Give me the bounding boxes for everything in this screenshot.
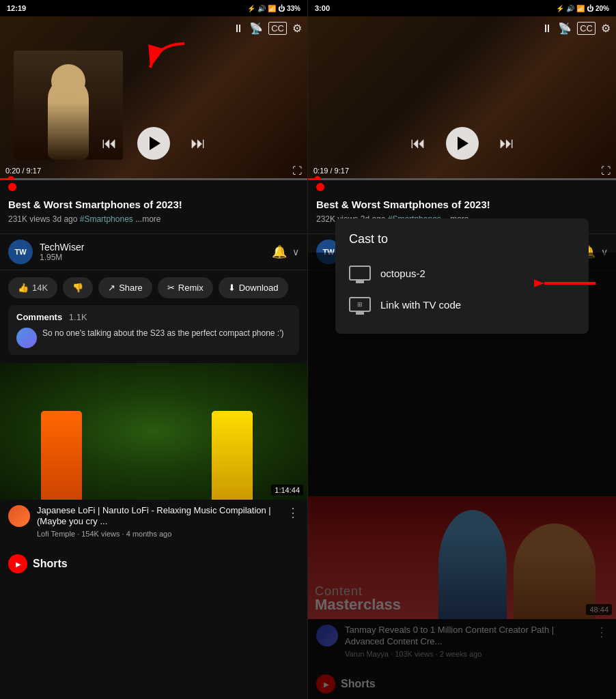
cast-dialog-title: Cast to bbox=[349, 232, 575, 246]
right-progress-fill bbox=[308, 178, 318, 180]
left-comment-item: So no one's talking about the S23 as the… bbox=[16, 328, 291, 348]
cast-device-name: octopus-2 bbox=[380, 268, 425, 279]
left-action-row: 👍 14K 👎 ↗ Share ✂ Remix ⬇ Download bbox=[0, 270, 307, 305]
remix-button[interactable]: ✂ Remix bbox=[158, 277, 213, 298]
wifi-icon: ⏻ bbox=[278, 5, 285, 12]
volume-icon: 🔊 bbox=[257, 5, 266, 12]
anime-char-2 bbox=[212, 411, 253, 500]
right-play-button[interactable] bbox=[446, 127, 479, 160]
left-video-title: Best & Worst Smartphones of 2023! bbox=[8, 198, 299, 212]
left-progress-dot bbox=[8, 176, 14, 181]
left-feed-info: Japanese LoFi | Naruto LoFi - Relaxing M… bbox=[0, 500, 307, 544]
left-shorts-label: Shorts bbox=[33, 558, 68, 570]
left-video-info: Best & Worst Smartphones of 2023! 231K v… bbox=[0, 191, 307, 233]
like-button[interactable]: 👍 14K bbox=[8, 277, 57, 298]
right-pause-icon[interactable]: ⏸ bbox=[542, 23, 552, 35]
right-cast-icon[interactable]: 📡 bbox=[558, 22, 572, 35]
left-feed-duration: 1:14:44 bbox=[271, 485, 303, 496]
left-channel-name[interactable]: TechWiser bbox=[40, 242, 84, 253]
left-red-arrow bbox=[137, 37, 191, 81]
pause-icon[interactable]: ⏸ bbox=[233, 23, 244, 35]
left-comment-avatar bbox=[16, 328, 37, 348]
right-red-indicator bbox=[316, 183, 324, 191]
anime-char-1 bbox=[41, 411, 82, 500]
left-channel-avatar: TW bbox=[8, 240, 33, 264]
right-battery-text: 20% bbox=[596, 5, 609, 12]
left-comments-header: Comments 1.1K bbox=[16, 312, 291, 322]
right-player-top-controls: ⏸ 📡 CC ⚙ bbox=[542, 22, 611, 35]
right-volume-icon: 🔊 bbox=[566, 5, 574, 12]
right-time-display: 0:19 / 9:17 bbox=[313, 167, 349, 175]
download-icon: ⬇ bbox=[228, 283, 236, 293]
left-video-meta: 231K views 3d ago #Smartphones ...more bbox=[8, 214, 299, 224]
next-button[interactable]: ⏭ bbox=[191, 134, 206, 152]
signal-icon: 📶 bbox=[268, 5, 276, 12]
right-signal-icon: 📶 bbox=[576, 5, 585, 12]
dislike-icon: 👎 bbox=[72, 283, 83, 293]
prev-button[interactable]: ⏮ bbox=[102, 134, 117, 152]
left-player-top-controls: ⏸ 📡 CC ⚙ bbox=[233, 22, 302, 35]
left-red-indicator bbox=[8, 183, 16, 191]
settings-icon[interactable]: ⚙ bbox=[292, 22, 302, 35]
left-shorts-icon bbox=[8, 554, 27, 573]
left-comment-text: So no one's talking about the S23 as the… bbox=[42, 328, 283, 339]
right-phone-panel: 3:00 ⚡ 🔊 📶 ⏻ 20% ⏸ 📡 CC ⚙ ⏮ ⏭ 0:19 / 9:1… bbox=[308, 0, 616, 699]
cast-tv-icon bbox=[349, 266, 371, 281]
bell-icon[interactable]: 🔔 bbox=[272, 244, 287, 259]
left-channel-info: TechWiser 1.95M bbox=[40, 242, 84, 262]
right-status-bar: 3:00 ⚡ 🔊 📶 ⏻ 20% bbox=[308, 0, 616, 16]
person-head bbox=[51, 64, 85, 98]
share-button[interactable]: ↗ Share bbox=[98, 277, 152, 298]
right-prev-button[interactable]: ⏮ bbox=[410, 134, 425, 152]
chevron-down-icon[interactable]: ∨ bbox=[292, 246, 299, 257]
cast-link-option: Link with TV code bbox=[380, 299, 461, 311]
right-player-bottom-controls: ⏮ ⏭ bbox=[308, 127, 616, 160]
left-phone-panel: 12:19 ⚡ 🔊 📶 ⏻ 33% bbox=[0, 0, 308, 699]
right-fullscreen-button[interactable]: ⛶ bbox=[601, 165, 611, 176]
left-feed-meta: Lofi Temple · 154K views · 4 months ago bbox=[37, 530, 280, 538]
left-feed-title: Japanese LoFi | Naruto LoFi - Relaxing M… bbox=[37, 505, 280, 528]
left-player-bottom-controls: ⏮ ⏭ bbox=[0, 127, 307, 160]
download-button[interactable]: ⬇ Download bbox=[219, 277, 288, 298]
left-channel-actions: 🔔 ∨ bbox=[272, 244, 299, 259]
left-status-bar: 12:19 ⚡ 🔊 📶 ⏻ 33% bbox=[0, 0, 307, 16]
cast-link-icon: ⊞ bbox=[349, 297, 371, 312]
right-video-title: Best & Worst Smartphones of 2023! bbox=[316, 198, 608, 212]
left-shorts-row[interactable]: Shorts bbox=[0, 546, 307, 579]
right-bluetooth-icon: ⚡ bbox=[556, 5, 564, 12]
left-feed-channel-avatar bbox=[8, 505, 30, 527]
right-settings-icon[interactable]: ⚙ bbox=[601, 22, 611, 35]
left-video-player[interactable]: ⏸ 📡 CC ⚙ ⏮ ⏭ 0:20 / 9:17 ⛶ bbox=[0, 16, 307, 180]
right-time: 3:00 bbox=[315, 4, 330, 12]
left-feed-item[interactable]: 1:14:44 Japanese LoFi | Naruto LoFi - Re… bbox=[0, 363, 307, 544]
fullscreen-button[interactable]: ⛶ bbox=[292, 165, 302, 176]
left-progress-bar[interactable] bbox=[0, 178, 307, 180]
left-feed-text: Japanese LoFi | Naruto LoFi - Relaxing M… bbox=[37, 505, 280, 539]
battery-text: 33% bbox=[287, 5, 300, 12]
left-status-icons: ⚡ 🔊 📶 ⏻ 33% bbox=[247, 5, 300, 12]
right-status-icons: ⚡ 🔊 📶 ⏻ 20% bbox=[556, 5, 609, 12]
right-wifi-icon: ⏻ bbox=[587, 5, 593, 12]
right-video-player[interactable]: ⏸ 📡 CC ⚙ ⏮ ⏭ 0:19 / 9:17 ⛶ bbox=[308, 16, 616, 180]
right-next-button[interactable]: ⏭ bbox=[499, 134, 514, 152]
cast-icon[interactable]: 📡 bbox=[249, 22, 263, 35]
right-cc-icon[interactable]: CC bbox=[577, 22, 596, 35]
left-time: 12:19 bbox=[7, 4, 26, 12]
left-feed-thumbnail: 1:14:44 bbox=[0, 363, 307, 500]
cast-red-arrow bbox=[534, 266, 602, 303]
left-time-display: 0:20 / 9:17 bbox=[5, 167, 41, 175]
bluetooth-icon: ⚡ bbox=[247, 5, 255, 12]
play-button[interactable] bbox=[137, 127, 170, 160]
left-channel-row: TW TechWiser 1.95M 🔔 ∨ bbox=[0, 233, 307, 270]
remix-icon: ✂ bbox=[167, 283, 175, 293]
right-progress-bar[interactable] bbox=[308, 178, 616, 180]
left-feed-more-icon[interactable]: ⋮ bbox=[287, 505, 299, 520]
left-channel-subs: 1.95M bbox=[40, 253, 84, 262]
like-icon: 👍 bbox=[18, 283, 29, 293]
dislike-button[interactable]: 👎 bbox=[63, 277, 93, 298]
left-progress-fill bbox=[0, 178, 11, 180]
cc-icon[interactable]: CC bbox=[268, 22, 287, 35]
left-comments-section: Comments 1.1K So no one's talking about … bbox=[8, 305, 299, 355]
share-icon: ↗ bbox=[108, 283, 115, 293]
